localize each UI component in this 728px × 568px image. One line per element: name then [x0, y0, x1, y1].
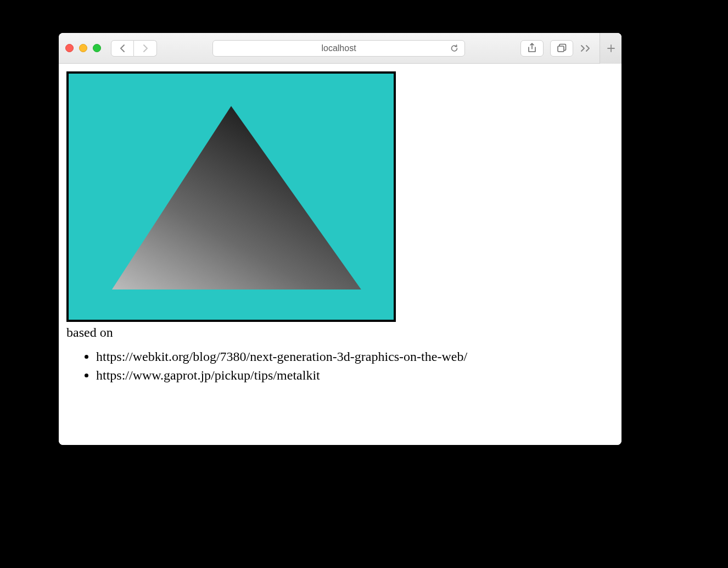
chevrons-right-icon	[580, 44, 593, 53]
reference-link-2[interactable]: https://www.gaprot.jp/pickup/tips/metalk…	[96, 366, 614, 384]
nav-back-forward	[111, 40, 157, 57]
address-bar-text: localhost	[321, 43, 356, 53]
close-window-button[interactable]	[65, 44, 74, 52]
svg-marker-1	[112, 106, 361, 289]
chevron-right-icon	[142, 44, 148, 53]
triangle-render	[69, 74, 394, 320]
toolbar-right	[520, 40, 615, 57]
tabs-overview-button[interactable]	[550, 40, 573, 57]
based-on-label: based on	[66, 325, 614, 340]
safari-window: localhost	[59, 33, 621, 445]
forward-button[interactable]	[134, 40, 157, 57]
plus-icon	[607, 44, 615, 53]
reference-list: https://webkit.org/blog/7380/next-genera…	[96, 348, 614, 385]
reload-button[interactable]	[450, 43, 459, 53]
titlebar: localhost	[59, 33, 621, 64]
minimize-window-button[interactable]	[79, 44, 87, 52]
share-button[interactable]	[520, 40, 544, 57]
back-button[interactable]	[111, 40, 134, 57]
chevron-left-icon	[120, 44, 126, 53]
traffic-lights	[65, 44, 101, 52]
svg-rect-0	[558, 46, 564, 52]
reference-link-1[interactable]: https://webkit.org/blog/7380/next-genera…	[96, 348, 614, 365]
share-icon	[527, 43, 537, 54]
address-bar-container: localhost	[163, 40, 515, 57]
fullscreen-window-button[interactable]	[93, 44, 101, 52]
more-toolbar-button[interactable]	[580, 44, 593, 53]
tabs-icon	[556, 43, 567, 53]
webgpu-canvas	[66, 71, 396, 322]
address-bar[interactable]: localhost	[212, 40, 465, 57]
reload-icon	[450, 43, 459, 53]
new-tab-button[interactable]	[600, 33, 621, 64]
page-content: based on https://webkit.org/blog/7380/ne…	[59, 64, 621, 445]
